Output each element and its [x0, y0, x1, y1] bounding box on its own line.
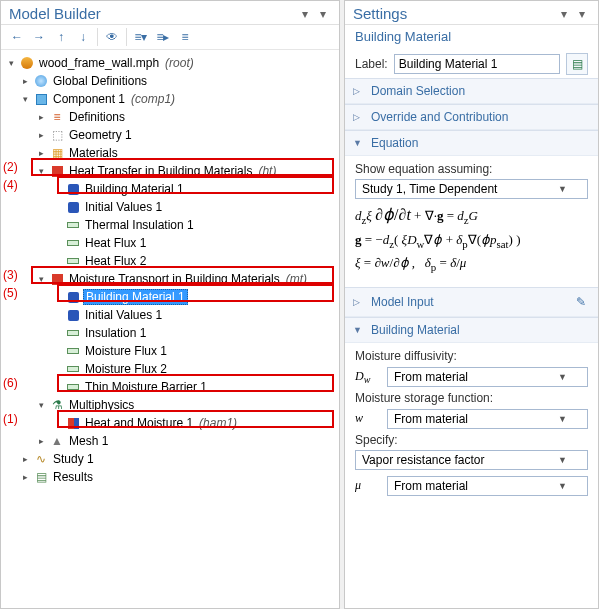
section-header-model-input[interactable]: ▷ Model Input ✎ [345, 288, 598, 317]
expand-icon[interactable]: ▸ [19, 472, 31, 482]
pin-icon[interactable]: ▾ [556, 6, 572, 22]
expand-icon[interactable]: ▸ [35, 112, 47, 122]
tree-mt-tmb1[interactable]: Thin Moisture Barrier 1 [1, 378, 339, 396]
label-input[interactable] [394, 54, 560, 74]
tree-ht-iv1[interactable]: Initial Values 1 [1, 198, 339, 216]
boundary-icon [65, 325, 81, 341]
equation-3: ξ = ∂w/∂ϕ , δp = δ/μ [355, 255, 588, 273]
nav-forward-button[interactable]: → [29, 27, 49, 47]
tree-study[interactable]: ▸ ∿ Study 1 [1, 450, 339, 468]
label: Insulation 1 [83, 326, 148, 340]
specify-select[interactable]: Vapor resistance factor ▼ [355, 450, 588, 470]
expand-icon[interactable]: ▸ [35, 148, 47, 158]
msf-select[interactable]: From material ▼ [387, 409, 588, 429]
section-model-input: ▷ Model Input ✎ [345, 287, 598, 317]
md-symbol: Dw [355, 369, 379, 385]
create-selection-button[interactable]: ▤ [566, 53, 588, 75]
chevron-right-icon: ▷ [353, 297, 365, 307]
tree-results[interactable]: ▸ ▤ Results [1, 468, 339, 486]
expand-icon[interactable]: ▾ [35, 400, 47, 410]
tree-mt-ins1[interactable]: Insulation 1 [1, 324, 339, 342]
expand-icon[interactable]: ▸ [35, 130, 47, 140]
tree-materials[interactable]: ▸ ▦ Materials [1, 144, 339, 162]
label-selected: Building Material 1 [83, 289, 188, 305]
section-header-domain[interactable]: ▷ Domain Selection [345, 79, 598, 104]
tree-ht-bm1[interactable]: Building Material 1 [1, 180, 339, 198]
label: Mesh 1 [67, 434, 110, 448]
section-domain-selection: ▷ Domain Selection [345, 78, 598, 104]
md-select[interactable]: From material ▼ [387, 367, 588, 387]
expand-icon[interactable]: ▾ [5, 58, 17, 68]
label: Moisture Flux 2 [83, 362, 169, 376]
domain-icon [65, 289, 81, 305]
expand-icon[interactable]: ▸ [19, 454, 31, 464]
expand-icon[interactable]: ▸ [35, 436, 47, 446]
panel-menu-icon[interactable]: ▾ [315, 6, 331, 22]
chevron-down-icon: ▼ [558, 184, 567, 194]
assume-select[interactable]: Study 1, Time Dependent ▼ [355, 179, 588, 199]
tree-component[interactable]: ▾ Component 1 (comp1) [1, 90, 339, 108]
tree-geometry[interactable]: ▸ ⬚ Geometry 1 [1, 126, 339, 144]
materials-icon: ▦ [49, 145, 65, 161]
equation-1: dzξ ∂ϕ/∂t + ∇·g = dzG [355, 205, 588, 226]
model-tree[interactable]: ▾ wood_frame_wall.mph (root) ▸ Global De… [1, 50, 339, 608]
expand-icon[interactable]: ▾ [35, 166, 47, 176]
label: Thin Moisture Barrier 1 [83, 380, 209, 394]
section-override: ▷ Override and Contribution [345, 104, 598, 130]
separator [126, 28, 127, 46]
tree-ht-ti1[interactable]: Thermal Insulation 1 [1, 216, 339, 234]
section-title: Override and Contribution [371, 110, 508, 124]
mu-select[interactable]: From material ▼ [387, 476, 588, 496]
boundary-icon [65, 361, 81, 377]
tree-ht-physics[interactable]: ▾ Heat Transfer in Building Materials (h… [1, 162, 339, 180]
label: Materials [67, 146, 120, 160]
tree-ht-hf1[interactable]: Heat Flux 1 [1, 234, 339, 252]
show-button[interactable]: 👁 [102, 27, 122, 47]
mu-symbol: μ [355, 478, 379, 493]
model-builder-panel: Model Builder ▾ ▾ ← → ↑ ↓ 👁 ≡▾ ≡▸ ≡ ▾ wo… [0, 0, 340, 609]
expand-icon[interactable]: ▾ [35, 274, 47, 284]
edit-icon[interactable]: ✎ [572, 293, 590, 311]
msf-row: w From material ▼ [355, 409, 588, 429]
tree-definitions[interactable]: ▸ ≡ Definitions [1, 108, 339, 126]
chevron-right-icon: ▷ [353, 86, 365, 96]
tree-mt-mf2[interactable]: Moisture Flux 2 [1, 360, 339, 378]
pin-icon[interactable]: ▾ [297, 6, 313, 22]
model-builder-title: Model Builder [9, 5, 295, 22]
section-header-bm[interactable]: ▼ Building Material [345, 318, 598, 343]
domain-icon [65, 307, 81, 323]
hint: (mt) [286, 272, 307, 286]
label: Definitions [67, 110, 127, 124]
md-row: Dw From material ▼ [355, 367, 588, 387]
nav-back-button[interactable]: ← [7, 27, 27, 47]
section-header-override[interactable]: ▷ Override and Contribution [345, 105, 598, 130]
heat-physics-icon [49, 163, 65, 179]
expand-icon[interactable]: ▸ [19, 76, 31, 86]
tree-mt-physics[interactable]: ▾ Moisture Transport in Building Materia… [1, 270, 339, 288]
section-title: Equation [371, 136, 418, 150]
chevron-down-icon: ▼ [558, 372, 567, 382]
tree-multiphysics[interactable]: ▾ ⚗ Multiphysics [1, 396, 339, 414]
expand-button[interactable]: ≡▸ [153, 27, 173, 47]
tree-mt-iv1[interactable]: Initial Values 1 [1, 306, 339, 324]
model-icon [19, 55, 35, 71]
section-header-equation[interactable]: ▼ Equation [345, 131, 598, 156]
tree-ham1[interactable]: Heat and Moisture 1 (ham1) [1, 414, 339, 432]
expand-icon[interactable]: ▾ [19, 94, 31, 104]
tree-ht-hf2[interactable]: Heat Flux 2 [1, 252, 339, 270]
specify-value: Vapor resistance factor [362, 453, 485, 467]
tree-mt-mf1[interactable]: Moisture Flux 1 [1, 342, 339, 360]
nav-down-button[interactable]: ↓ [73, 27, 93, 47]
tree-root[interactable]: ▾ wood_frame_wall.mph (root) [1, 54, 339, 72]
label: Results [51, 470, 95, 484]
tree-mt-bm1[interactable]: Building Material 1 [1, 288, 339, 306]
tree-mesh[interactable]: ▸ ▲ Mesh 1 [1, 432, 339, 450]
tree-global-definitions[interactable]: ▸ Global Definitions [1, 72, 339, 90]
tree-menu-button[interactable]: ≡ [175, 27, 195, 47]
collapse-button[interactable]: ≡▾ [131, 27, 151, 47]
study-icon: ∿ [33, 451, 49, 467]
nav-up-button[interactable]: ↑ [51, 27, 71, 47]
selection-icon: ▤ [572, 57, 583, 71]
panel-menu-icon[interactable]: ▾ [574, 6, 590, 22]
section-equation: ▼ Equation Show equation assuming: Study… [345, 130, 598, 287]
